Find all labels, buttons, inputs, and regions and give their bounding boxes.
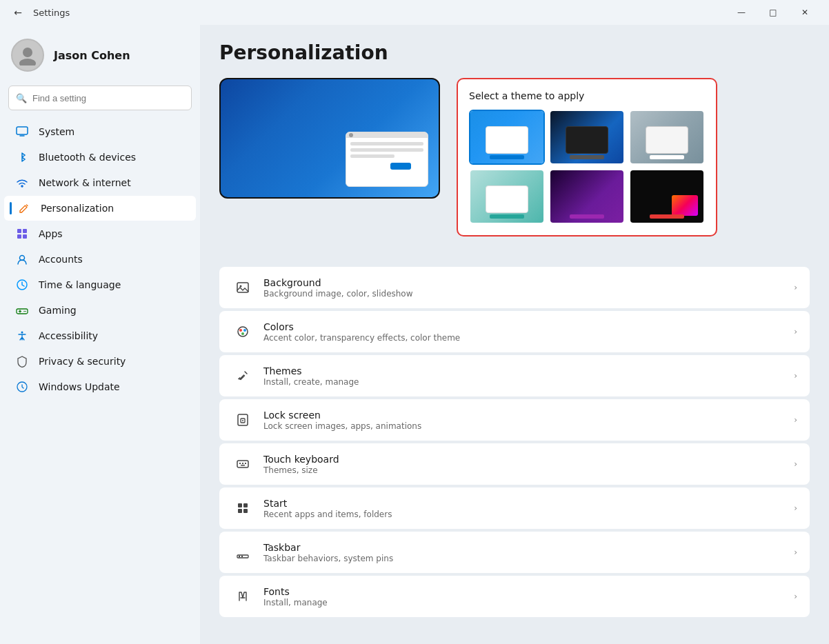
close-button[interactable]: ✕ — [789, 1, 821, 23]
theme-preview-serene — [470, 170, 543, 223]
hero-window-bar — [346, 132, 428, 138]
neon-graphic — [672, 195, 698, 216]
sidebar-item-accounts[interactable]: Accounts — [4, 247, 196, 272]
settings-row-themes[interactable]: Themes Install, create, manage › — [219, 355, 810, 396]
settings-title-fonts: Fonts — [263, 586, 794, 597]
theme-preview-win-light — [470, 111, 543, 163]
theme-preview-purple — [550, 170, 623, 223]
theme-item-serene[interactable] — [469, 169, 545, 224]
settings-title-lockscreen: Lock screen — [263, 410, 794, 421]
settings-text-fonts: Fonts Install, manage — [263, 586, 794, 607]
nav-icon-system — [15, 125, 29, 139]
nav-label-time: Time & language — [39, 279, 121, 290]
hero-preview — [219, 78, 440, 199]
hero-window-lines — [346, 138, 428, 162]
nav-label-apps: Apps — [39, 228, 63, 239]
svg-rect-23 — [239, 463, 241, 464]
minimize-button[interactable]: — — [726, 1, 757, 23]
settings-icon-taskbar — [232, 541, 254, 563]
settings-row-fonts[interactable]: Fonts Install, manage › — [219, 576, 810, 617]
nav-label-system: System — [39, 126, 74, 137]
content-area: Personalization Select a — [200, 25, 829, 644]
sidebar-item-update[interactable]: Windows Update — [4, 374, 196, 399]
nav-label-network: Network & internet — [39, 177, 131, 188]
user-name: Jason Cohen — [54, 49, 130, 62]
settings-subtitle-taskbar: Taskbar behaviors, system pins — [263, 554, 794, 563]
svg-point-18 — [241, 332, 244, 335]
settings-chevron-taskbar: › — [794, 547, 797, 557]
settings-row-lockscreen[interactable]: Lock screen Lock screen images, apps, an… — [219, 399, 810, 441]
svg-point-16 — [239, 329, 242, 332]
svg-point-11 — [21, 332, 23, 334]
settings-title-touchkeyboard: Touch keyboard — [263, 454, 794, 465]
sidebar-item-network[interactable]: Network & internet — [4, 170, 196, 195]
svg-rect-28 — [243, 503, 248, 507]
settings-icon-themes — [232, 365, 254, 387]
settings-chevron-background: › — [794, 283, 797, 292]
theme-preview-win-glow — [630, 111, 703, 163]
svg-rect-3 — [17, 229, 21, 233]
nav-icon-update — [15, 380, 29, 394]
theme-selector-title: Select a theme to apply — [469, 90, 705, 101]
theme-item-win-light[interactable] — [469, 110, 545, 165]
svg-rect-2 — [17, 127, 28, 134]
settings-icon-background — [232, 276, 254, 299]
user-section: Jason Cohen — [0, 25, 200, 83]
settings-subtitle-lockscreen: Lock screen images, apps, animations — [263, 421, 794, 431]
nav-icon-bluetooth — [15, 150, 29, 164]
nav-icon-network — [15, 176, 29, 190]
nav-icon-gaming — [15, 303, 29, 317]
settings-text-touchkeyboard: Touch keyboard Themes, size — [263, 454, 794, 475]
theme-selector: Select a theme to apply Windows (dark), — [457, 78, 717, 237]
theme-bar-4 — [490, 214, 524, 219]
theme-item-neon[interactable] — [629, 169, 705, 224]
nav-icon-accounts — [15, 252, 29, 266]
settings-chevron-touchkeyboard: › — [794, 459, 797, 469]
settings-icon-touchkeyboard — [232, 453, 254, 475]
settings-title-background: Background — [263, 277, 794, 288]
sidebar-item-system[interactable]: System — [4, 119, 196, 144]
settings-subtitle-themes: Install, create, manage — [263, 377, 794, 387]
search-input[interactable] — [32, 93, 184, 103]
window-controls: — □ ✕ — [726, 1, 821, 23]
settings-text-themes: Themes Install, create, manage — [263, 365, 794, 387]
svg-rect-30 — [243, 509, 248, 513]
settings-subtitle-start: Recent apps and items, folders — [263, 510, 794, 519]
settings-subtitle-touchkeyboard: Themes, size — [263, 465, 794, 475]
settings-title-colors: Colors — [263, 321, 794, 332]
sidebar-item-gaming[interactable]: Gaming — [4, 298, 196, 323]
search-box[interactable]: 🔍 — [8, 85, 192, 110]
maximize-button[interactable]: □ — [757, 1, 789, 23]
sidebar-item-apps[interactable]: Apps — [4, 221, 196, 246]
hero-line-1 — [350, 142, 423, 145]
settings-chevron-colors: › — [794, 327, 797, 336]
svg-rect-29 — [238, 509, 242, 513]
settings-chevron-lockscreen: › — [794, 415, 797, 425]
app-container: Jason Cohen 🔍 System Bluetooth & devices… — [0, 25, 829, 644]
sidebar-item-time[interactable]: Time & language — [4, 272, 196, 297]
settings-text-background: Background Background image, color, slid… — [263, 277, 794, 299]
svg-rect-24 — [242, 463, 243, 464]
settings-row-background[interactable]: Background Background image, color, slid… — [219, 267, 810, 308]
settings-row-touchkeyboard[interactable]: Touch keyboard Themes, size › — [219, 443, 810, 485]
sidebar-item-accessibility[interactable]: Accessibility — [4, 323, 196, 348]
theme-item-win-glow[interactable] — [629, 110, 705, 165]
app-title: Settings — [33, 8, 70, 18]
settings-row-start[interactable]: Start Recent apps and items, folders › — [219, 487, 810, 529]
theme-preview-neon — [630, 170, 703, 223]
svg-rect-25 — [245, 463, 246, 464]
settings-text-taskbar: Taskbar Taskbar behaviors, system pins — [263, 542, 794, 563]
sidebar-item-bluetooth[interactable]: Bluetooth & devices — [4, 145, 196, 170]
back-button[interactable]: ← — [8, 3, 28, 22]
theme-item-win-dark[interactable]: Windows (dark), 1 images — [549, 110, 625, 165]
nav-icon-privacy — [15, 354, 29, 368]
settings-row-colors[interactable]: Colors Accent color, transparency effect… — [219, 311, 810, 352]
hero-line-2 — [350, 148, 423, 152]
sidebar-item-personalization[interactable]: Personalization — [4, 196, 196, 221]
settings-row-taskbar[interactable]: Taskbar Taskbar behaviors, system pins › — [219, 532, 810, 573]
theme-item-purple[interactable] — [549, 169, 625, 224]
settings-title-start: Start — [263, 498, 794, 509]
sidebar-item-privacy[interactable]: Privacy & security — [4, 349, 196, 374]
settings-chevron-fonts: › — [794, 592, 797, 601]
titlebar: ← Settings — □ ✕ — [0, 0, 829, 25]
